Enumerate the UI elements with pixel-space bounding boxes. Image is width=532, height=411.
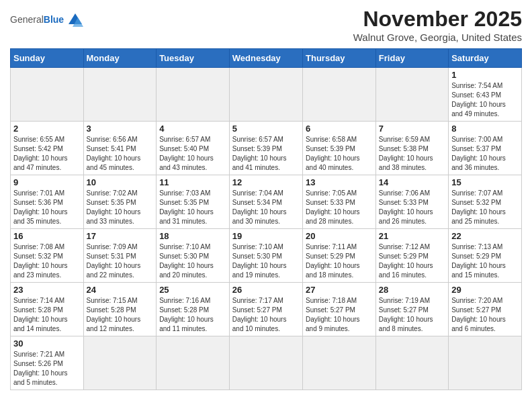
day-number: 20	[306, 231, 373, 241]
calendar-cell	[375, 68, 448, 122]
day-info: Sunrise: 7:54 AM Sunset: 6:43 PM Dayligh…	[451, 81, 519, 119]
day-info: Sunrise: 6:58 AM Sunset: 5:39 PM Dayligh…	[306, 135, 373, 173]
day-number: 9	[13, 177, 81, 187]
calendar-cell: 20Sunrise: 7:11 AM Sunset: 5:29 PM Dayli…	[303, 229, 376, 283]
calendar-cell	[83, 68, 157, 122]
calendar-cell	[303, 68, 376, 122]
calendar-cell: 28Sunrise: 7:19 AM Sunset: 5:27 PM Dayli…	[375, 283, 448, 336]
day-number: 19	[232, 231, 300, 241]
calendar-cell: 16Sunrise: 7:08 AM Sunset: 5:32 PM Dayli…	[11, 229, 84, 283]
day-info: Sunrise: 7:03 AM Sunset: 5:35 PM Dayligh…	[159, 189, 226, 226]
day-info: Sunrise: 7:09 AM Sunset: 5:31 PM Dayligh…	[87, 242, 154, 280]
day-info: Sunrise: 7:07 AM Sunset: 5:32 PM Dayligh…	[451, 189, 519, 226]
calendar-cell	[303, 336, 376, 390]
calendar-header-sunday: Sunday	[11, 49, 84, 68]
day-number: 13	[306, 177, 373, 187]
calendar-header-monday: Monday	[83, 49, 157, 68]
calendar-cell: 13Sunrise: 7:05 AM Sunset: 5:33 PM Dayli…	[303, 175, 376, 229]
calendar-cell: 11Sunrise: 7:03 AM Sunset: 5:35 PM Dayli…	[157, 175, 230, 229]
day-number: 25	[159, 285, 226, 295]
day-info: Sunrise: 7:15 AM Sunset: 5:28 PM Dayligh…	[87, 296, 154, 334]
calendar-week-3: 16Sunrise: 7:08 AM Sunset: 5:32 PM Dayli…	[11, 229, 522, 283]
day-info: Sunrise: 7:19 AM Sunset: 5:27 PM Dayligh…	[379, 296, 445, 334]
calendar-cell	[83, 336, 157, 390]
calendar-header-thursday: Thursday	[303, 49, 376, 68]
calendar-cell: 25Sunrise: 7:16 AM Sunset: 5:28 PM Dayli…	[157, 283, 230, 336]
day-number: 8	[451, 124, 519, 134]
day-info: Sunrise: 6:56 AM Sunset: 5:41 PM Dayligh…	[87, 135, 154, 173]
calendar-cell: 29Sunrise: 7:20 AM Sunset: 5:27 PM Dayli…	[449, 283, 522, 336]
calendar-cell: 30Sunrise: 7:21 AM Sunset: 5:26 PM Dayli…	[11, 336, 84, 390]
day-number: 6	[306, 124, 373, 134]
calendar-cell: 24Sunrise: 7:15 AM Sunset: 5:28 PM Dayli…	[83, 283, 157, 336]
calendar-cell: 27Sunrise: 7:18 AM Sunset: 5:27 PM Dayli…	[303, 283, 376, 336]
day-number: 5	[232, 124, 300, 134]
day-number: 22	[451, 231, 519, 241]
day-info: Sunrise: 7:17 AM Sunset: 5:27 PM Dayligh…	[232, 296, 300, 334]
calendar-header-row: SundayMondayTuesdayWednesdayThursdayFrid…	[11, 49, 522, 68]
calendar-header-wednesday: Wednesday	[229, 49, 302, 68]
calendar-cell: 19Sunrise: 7:10 AM Sunset: 5:30 PM Dayli…	[229, 229, 302, 283]
day-info: Sunrise: 7:08 AM Sunset: 5:32 PM Dayligh…	[13, 242, 81, 280]
calendar-cell: 3Sunrise: 6:56 AM Sunset: 5:41 PM Daylig…	[83, 122, 157, 175]
calendar-cell	[229, 68, 302, 122]
day-info: Sunrise: 7:11 AM Sunset: 5:29 PM Dayligh…	[306, 242, 373, 280]
calendar-cell: 8Sunrise: 7:00 AM Sunset: 5:37 PM Daylig…	[449, 122, 522, 175]
day-info: Sunrise: 7:01 AM Sunset: 5:36 PM Dayligh…	[13, 189, 81, 226]
day-number: 21	[379, 231, 445, 241]
calendar-cell	[11, 68, 84, 122]
day-info: Sunrise: 7:00 AM Sunset: 5:37 PM Dayligh…	[451, 135, 519, 173]
day-info: Sunrise: 7:20 AM Sunset: 5:27 PM Dayligh…	[451, 296, 519, 334]
logo-general: General	[10, 14, 44, 25]
calendar-cell: 7Sunrise: 6:59 AM Sunset: 5:38 PM Daylig…	[375, 122, 448, 175]
day-info: Sunrise: 7:18 AM Sunset: 5:27 PM Dayligh…	[306, 296, 373, 334]
calendar-cell	[229, 336, 302, 390]
day-number: 29	[451, 285, 519, 295]
day-info: Sunrise: 6:57 AM Sunset: 5:40 PM Dayligh…	[159, 135, 226, 173]
day-number: 1	[451, 70, 519, 80]
day-info: Sunrise: 6:57 AM Sunset: 5:39 PM Dayligh…	[232, 135, 300, 173]
day-info: Sunrise: 7:21 AM Sunset: 5:26 PM Dayligh…	[13, 350, 81, 387]
day-number: 23	[13, 285, 81, 295]
day-number: 24	[87, 285, 154, 295]
calendar-cell: 22Sunrise: 7:13 AM Sunset: 5:29 PM Dayli…	[449, 229, 522, 283]
calendar-cell: 21Sunrise: 7:12 AM Sunset: 5:29 PM Dayli…	[375, 229, 448, 283]
day-info: Sunrise: 7:04 AM Sunset: 5:34 PM Dayligh…	[232, 189, 300, 226]
month-title: November 2025	[353, 7, 522, 32]
calendar-header-tuesday: Tuesday	[157, 49, 230, 68]
day-number: 26	[232, 285, 300, 295]
calendar-week-5: 30Sunrise: 7:21 AM Sunset: 5:26 PM Dayli…	[11, 336, 522, 390]
day-number: 4	[159, 124, 226, 134]
calendar-header-saturday: Saturday	[449, 49, 522, 68]
day-info: Sunrise: 7:14 AM Sunset: 5:28 PM Dayligh…	[13, 296, 81, 334]
calendar-cell: 1Sunrise: 7:54 AM Sunset: 6:43 PM Daylig…	[449, 68, 522, 122]
calendar-cell: 10Sunrise: 7:02 AM Sunset: 5:35 PM Dayli…	[83, 175, 157, 229]
day-info: Sunrise: 7:06 AM Sunset: 5:33 PM Dayligh…	[379, 189, 445, 226]
day-number: 11	[159, 177, 226, 187]
day-info: Sunrise: 7:10 AM Sunset: 5:30 PM Dayligh…	[159, 242, 226, 280]
day-number: 17	[87, 231, 154, 241]
header: GeneralBlue November 2025 Walnut Grove, …	[10, 7, 522, 43]
day-number: 15	[451, 177, 519, 187]
day-number: 14	[379, 177, 445, 187]
calendar-week-0: 1Sunrise: 7:54 AM Sunset: 6:43 PM Daylig…	[11, 68, 522, 122]
calendar-cell	[375, 336, 448, 390]
day-info: Sunrise: 6:55 AM Sunset: 5:42 PM Dayligh…	[13, 135, 81, 173]
calendar-cell: 9Sunrise: 7:01 AM Sunset: 5:36 PM Daylig…	[11, 175, 84, 229]
day-number: 3	[87, 124, 154, 134]
calendar-cell: 18Sunrise: 7:10 AM Sunset: 5:30 PM Dayli…	[157, 229, 230, 283]
calendar-cell: 14Sunrise: 7:06 AM Sunset: 5:33 PM Dayli…	[375, 175, 448, 229]
day-info: Sunrise: 7:12 AM Sunset: 5:29 PM Dayligh…	[379, 242, 445, 280]
day-number: 18	[159, 231, 226, 241]
calendar: SundayMondayTuesdayWednesdayThursdayFrid…	[10, 48, 522, 390]
day-info: Sunrise: 7:10 AM Sunset: 5:30 PM Dayligh…	[232, 242, 300, 280]
title-section: November 2025 Walnut Grove, Georgia, Uni…	[353, 7, 522, 43]
calendar-cell	[157, 68, 230, 122]
day-info: Sunrise: 7:05 AM Sunset: 5:33 PM Dayligh…	[306, 189, 373, 226]
day-info: Sunrise: 7:02 AM Sunset: 5:35 PM Dayligh…	[87, 189, 154, 226]
calendar-cell	[449, 336, 522, 390]
calendar-cell: 17Sunrise: 7:09 AM Sunset: 5:31 PM Dayli…	[83, 229, 157, 283]
calendar-week-4: 23Sunrise: 7:14 AM Sunset: 5:28 PM Dayli…	[11, 283, 522, 336]
calendar-cell: 2Sunrise: 6:55 AM Sunset: 5:42 PM Daylig…	[11, 122, 84, 175]
day-number: 27	[306, 285, 373, 295]
